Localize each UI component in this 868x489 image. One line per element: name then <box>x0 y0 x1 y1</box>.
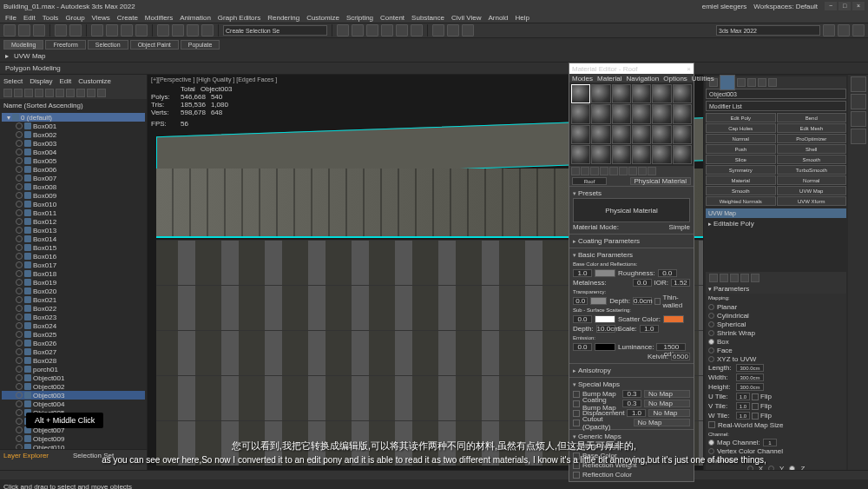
xyz-radio[interactable] <box>708 356 714 362</box>
trans-spinner[interactable]: 0.0 <box>573 297 588 305</box>
menu-scripting[interactable]: Scripting <box>346 14 373 22</box>
me-menu-material[interactable]: Material <box>597 75 621 83</box>
modifier-button[interactable]: Normal <box>777 175 847 185</box>
object-name-input[interactable]: Object003 <box>706 89 846 99</box>
viewport-label[interactable]: [+][Perspective ] [High Quality ] [Edged… <box>151 76 277 83</box>
tool-button[interactable] <box>352 24 364 36</box>
sph-radio[interactable] <box>708 321 714 327</box>
tree-item[interactable]: Object002 <box>2 382 145 391</box>
me-tool[interactable] <box>619 167 628 175</box>
modifier-button[interactable]: Symmetry <box>706 165 776 175</box>
tree-item[interactable]: Box022 <box>2 304 145 313</box>
me-type-button[interactable]: Physical Material <box>630 177 691 185</box>
coatbump-spinner[interactable]: 0.3 <box>622 400 641 407</box>
tree-item[interactable]: Box017 <box>2 261 145 269</box>
minimize-button[interactable]: − <box>825 2 837 10</box>
tree-item[interactable]: Box027 <box>2 347 145 356</box>
modifier-button[interactable]: Shell <box>777 144 847 154</box>
x-radio[interactable] <box>747 466 753 470</box>
material-slot[interactable] <box>673 104 692 123</box>
emit-swatch[interactable] <box>595 343 615 351</box>
material-slot[interactable] <box>591 125 610 144</box>
modifier-button[interactable]: Cap Holes <box>706 123 776 133</box>
shrink-radio[interactable] <box>708 330 714 336</box>
vtile-spinner[interactable]: 1.0 <box>736 402 750 410</box>
tree-item[interactable]: Box021 <box>2 295 145 304</box>
depth-spinner[interactable]: 0.0cm <box>633 297 652 305</box>
material-slot[interactable] <box>612 84 631 103</box>
tree-item[interactable]: Box006 <box>2 165 145 174</box>
me-menu-nav[interactable]: Navigation <box>626 75 659 83</box>
modifier-button[interactable]: Smooth <box>777 155 847 164</box>
tree-item[interactable]: Box019 <box>2 278 145 287</box>
menu-create[interactable]: Create <box>117 14 138 22</box>
scene-tool[interactable] <box>3 89 12 97</box>
basecolor-swatch[interactable] <box>595 269 615 277</box>
menu-tools[interactable]: Tools <box>43 14 59 22</box>
left-tab-customize[interactable]: Customize <box>78 77 111 85</box>
utile-spinner[interactable]: 1.0 <box>736 393 750 400</box>
me-tool[interactable] <box>590 167 599 175</box>
stack-tool[interactable] <box>709 274 718 282</box>
lum-spinner[interactable]: 1500 cd/m <box>656 343 686 351</box>
motion-tab[interactable] <box>747 78 756 87</box>
realworld-check[interactable] <box>708 421 715 428</box>
modifier-stack-editpoly[interactable]: ▸ Editable Poly <box>706 220 846 228</box>
selection-filter[interactable]: Create Selection Se <box>223 25 327 36</box>
tree-item[interactable]: Box018 <box>2 269 145 278</box>
modifier-button[interactable]: Push <box>706 144 776 154</box>
me-menu-util[interactable]: Utilities <box>692 75 714 83</box>
tree-item[interactable]: Object004 <box>2 400 145 408</box>
tree-item[interactable]: porch01 <box>2 365 145 373</box>
tool-button[interactable] <box>337 24 349 36</box>
coatbump-check[interactable] <box>573 400 580 407</box>
face-radio[interactable] <box>708 347 714 354</box>
me-tool[interactable] <box>628 167 637 175</box>
redo-button[interactable] <box>69 24 82 36</box>
search-input[interactable]: 3ds Max 2022 <box>716 25 820 36</box>
modifier-stack-uvw[interactable]: UVW Map <box>706 208 846 218</box>
modifier-button[interactable]: UVW Xform <box>777 196 847 206</box>
snap-tool[interactable] <box>157 24 169 36</box>
tree-item[interactable]: Box014 <box>2 235 145 243</box>
me-tool[interactable] <box>581 167 589 175</box>
modifier-button[interactable]: Smooth <box>706 186 776 195</box>
menu-content[interactable]: Content <box>380 14 404 22</box>
modifier-button[interactable]: Edit Mesh <box>777 123 847 133</box>
me-menu-modes[interactable]: Modes <box>572 75 593 83</box>
tool-button[interactable] <box>33 24 45 36</box>
me-tool[interactable] <box>571 167 580 175</box>
tree-item[interactable]: Box008 <box>2 182 145 191</box>
tool-button[interactable] <box>3 24 16 36</box>
scatter-swatch[interactable] <box>663 315 684 323</box>
ior-spinner[interactable]: 1.52 <box>671 279 690 287</box>
tool-button[interactable] <box>852 24 865 36</box>
z-radio[interactable] <box>789 466 795 470</box>
stack-tool[interactable] <box>720 274 728 282</box>
material-slot[interactable] <box>591 145 610 164</box>
tool-button[interactable] <box>201 24 214 36</box>
material-slot[interactable] <box>652 84 671 103</box>
me-tool[interactable] <box>648 167 656 175</box>
modifier-button[interactable]: TurboSmooth <box>777 165 847 175</box>
tab-selection[interactable]: Selection <box>88 40 128 50</box>
tree-item[interactable]: Box007 <box>2 174 145 182</box>
tree-item[interactable]: Box015 <box>2 243 145 252</box>
menu-modifiers[interactable]: Modifiers <box>145 14 173 22</box>
tool-button[interactable] <box>838 24 850 36</box>
scene-tool[interactable] <box>66 89 75 97</box>
rc-check[interactable] <box>573 472 580 479</box>
menu-help[interactable]: Help <box>516 14 529 22</box>
tree-item[interactable]: Box012 <box>2 217 145 226</box>
maximize-button[interactable]: □ <box>838 2 851 10</box>
length-spinner[interactable]: 300.0cm <box>736 364 764 372</box>
material-slot[interactable] <box>612 125 631 144</box>
menu-rendering[interactable]: Rendering <box>267 14 299 22</box>
material-slot[interactable] <box>612 104 631 123</box>
stack-tool[interactable] <box>751 274 760 282</box>
material-slot[interactable] <box>571 104 590 123</box>
modifier-button[interactable]: Weighted Normals <box>706 196 776 206</box>
thin-check[interactable] <box>654 298 661 305</box>
menu-group[interactable]: Group <box>65 14 84 22</box>
tool-button[interactable] <box>823 24 835 36</box>
